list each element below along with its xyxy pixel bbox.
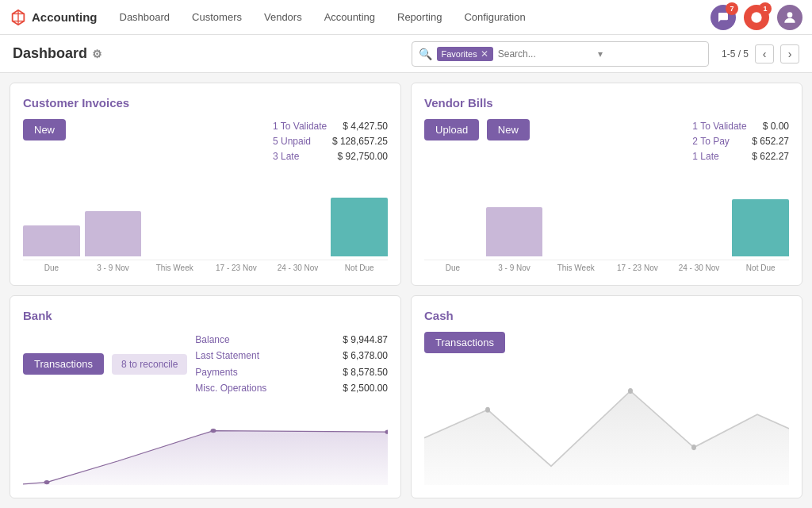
nav-accounting[interactable]: Accounting — [315, 6, 385, 28]
vb-stat-row-1: 2 To Pay $ 652.27 — [692, 134, 789, 149]
nav-vendors[interactable]: Vendors — [255, 6, 312, 28]
bank-point-1 — [44, 479, 50, 483]
bank-stat-1: Last Statement $ 6,378.00 — [195, 348, 388, 364]
bank-top: Transactions 8 to reconcile Balance $ 9,… — [23, 332, 388, 397]
bank-line-chart — [23, 406, 388, 485]
vb-bar-labels: Due3 - 9 NovThis Week17 - 23 Nov24 - 30 … — [424, 260, 789, 272]
bar — [85, 211, 142, 256]
settings-icon[interactable]: ⚙ — [92, 48, 102, 60]
bar — [732, 199, 789, 256]
bar-label-text: Not Due — [732, 264, 789, 272]
search-bar: 🔍 Favorites ✕ ▾ — [412, 41, 709, 67]
bar-group — [547, 175, 604, 256]
vendor-bills-stats: 1 To Validate $ 0.00 2 To Pay $ 652.27 1… — [692, 119, 789, 165]
next-page-button[interactable]: › — [780, 44, 799, 64]
cash-line-chart — [424, 363, 789, 485]
bars-container — [23, 175, 388, 260]
nav-reporting[interactable]: Reporting — [388, 6, 451, 28]
vendor-bills-upload-button[interactable]: Upload — [424, 119, 479, 140]
vendor-bills-new-button[interactable]: New — [487, 119, 530, 140]
vendor-bills-chart: Due3 - 9 NovThis Week17 - 23 Nov24 - 30 … — [424, 175, 789, 272]
bar-label-text: This Week — [547, 264, 604, 272]
app-logo[interactable]: Accounting — [10, 9, 98, 26]
bank-card: Bank Transactions 8 to reconcile Balance… — [10, 295, 401, 498]
stat-value-0: $ 4,427.50 — [343, 119, 388, 134]
stat-value-1: $ 128,657.25 — [332, 134, 388, 149]
bar-labels: Due3 - 9 NovThis Week17 - 23 Nov24 - 30 … — [23, 260, 388, 272]
vendor-bills-card: Vendor Bills Upload New 1 To Validate $ … — [411, 83, 802, 286]
bank-stat-value-2: $ 8,578.50 — [343, 364, 388, 380]
subheader: Dashboard ⚙ 🔍 Favorites ✕ ▾ 1-5 / 5 ‹ › — [0, 35, 812, 73]
bank-stat-value-3: $ 2,500.00 — [343, 380, 388, 396]
vb-stat-label-1[interactable]: 2 To Pay — [692, 134, 729, 149]
search-input[interactable] — [498, 48, 593, 60]
activity-button[interactable]: 1 — [744, 5, 769, 30]
cash-point-2 — [628, 388, 633, 394]
stat-row-1: 5 Unpaid $ 128,657.25 — [273, 134, 388, 149]
bank-stat-label-1[interactable]: Last Statement — [195, 348, 259, 364]
nav-right: 7 1 — [710, 5, 802, 30]
stat-label-1[interactable]: 5 Unpaid — [273, 134, 311, 149]
vb-stat-label-0[interactable]: 1 To Validate — [692, 119, 746, 134]
bank-stat-0: Balance $ 9,944.87 — [195, 332, 388, 348]
bank-stat-label-3[interactable]: Misc. Operations — [195, 380, 266, 396]
vendor-bills-title: Vendor Bills — [424, 96, 789, 110]
customer-invoices-top: New 1 To Validate $ 4,427.50 5 Unpaid $ … — [23, 119, 388, 165]
cash-point-1 — [485, 407, 490, 413]
bar-group — [732, 175, 789, 256]
stat-label-0[interactable]: 1 To Validate — [273, 119, 327, 134]
activity-badge: 1 — [759, 2, 772, 15]
cash-point-3 — [691, 444, 696, 450]
stat-row-2: 3 Late $ 92,750.00 — [273, 149, 388, 164]
chat-button[interactable]: 7 — [710, 5, 736, 30]
stat-label-2[interactable]: 3 Late — [273, 149, 299, 164]
bar — [23, 225, 80, 256]
bank-area-fill — [23, 430, 388, 485]
prev-page-button[interactable]: ‹ — [755, 44, 774, 64]
nav-dashboard[interactable]: Dashboard — [110, 6, 180, 28]
bar — [331, 198, 388, 256]
pagination: 1-5 / 5 ‹ › — [722, 44, 799, 64]
cash-chart-svg — [424, 363, 789, 485]
search-dropdown-icon[interactable]: ▾ — [598, 48, 603, 60]
page-title-text: Dashboard — [13, 45, 87, 62]
customer-invoices-chart: Due3 - 9 NovThis Week17 - 23 Nov24 - 30 … — [23, 175, 388, 272]
customer-invoices-new-button[interactable]: New — [23, 119, 66, 140]
bank-reconcile-button[interactable]: 8 to reconcile — [112, 354, 187, 375]
bank-stat-label-0[interactable]: Balance — [195, 332, 229, 348]
bank-stat-label-2[interactable]: Payments — [195, 364, 237, 380]
bar-label-text: Due — [424, 264, 481, 272]
bar-label-text: 24 - 30 Nov — [270, 264, 327, 272]
nav-configuration[interactable]: Configuration — [454, 6, 534, 28]
vb-bars-container — [424, 175, 789, 260]
filter-tag[interactable]: Favorites ✕ — [437, 47, 493, 61]
bar-label-text: 17 - 23 Nov — [609, 264, 666, 272]
bar-group — [609, 175, 666, 256]
vb-stat-value-2: $ 622.27 — [752, 149, 789, 164]
bar-label-text: 17 - 23 Nov — [208, 264, 265, 272]
search-icon: 🔍 — [419, 48, 432, 60]
avatar-icon — [782, 10, 798, 25]
customer-invoices-card: Customer Invoices New 1 To Validate $ 4,… — [10, 83, 401, 286]
bar-label-text: Due — [23, 264, 80, 272]
bank-stat-3: Misc. Operations $ 2,500.00 — [195, 380, 388, 396]
bar-label-text: 3 - 9 Nov — [486, 264, 543, 272]
bank-stat-2: Payments $ 8,578.50 — [195, 364, 388, 380]
user-avatar[interactable] — [777, 5, 802, 30]
bank-transactions-button[interactable]: Transactions — [23, 353, 104, 375]
main-content: Customer Invoices New 1 To Validate $ 4,… — [0, 73, 812, 508]
cash-transactions-button[interactable]: Transactions — [424, 332, 505, 353]
vb-stat-label-2[interactable]: 1 Late — [692, 149, 718, 164]
chat-badge: 7 — [726, 2, 738, 15]
filter-remove-icon[interactable]: ✕ — [481, 48, 488, 60]
cash-card: Cash Transactions — [411, 295, 802, 498]
bar-group — [23, 175, 80, 256]
stat-row-0: 1 To Validate $ 4,427.50 — [273, 119, 388, 134]
bar-group — [146, 175, 203, 256]
top-nav: Accounting Dashboard Customers Vendors A… — [0, 0, 812, 35]
bar-group — [331, 175, 388, 256]
vb-stat-row-0: 1 To Validate $ 0.00 — [692, 119, 789, 134]
cash-top: Transactions — [424, 332, 789, 353]
pagination-text: 1-5 / 5 — [722, 48, 749, 60]
nav-customers[interactable]: Customers — [182, 6, 251, 28]
